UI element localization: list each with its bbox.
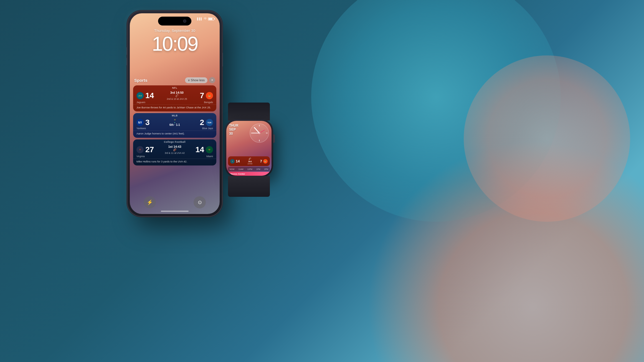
cfb-score-row: V 27 1st 14:43 🏈 3rd & 11 at UVA 42 U 14	[133, 144, 216, 155]
watch-score-widget: J 14 🏈 3rd 14:50 🐯 7	[228, 156, 270, 166]
watch-timeline-labels: NOW 11AM 12PM 1PM 2PM	[230, 168, 268, 170]
watch-month: SEP	[229, 128, 238, 131]
watch-bengals-logo: 🐯	[263, 159, 268, 164]
status-bar: ▌▌▌	[197, 17, 214, 21]
chevron-down-icon: ∨	[188, 78, 190, 82]
iphone: ▌▌▌ Thursday, September 30 10:09 Sports	[128, 11, 222, 216]
volume-up-button[interactable]	[126, 47, 128, 55]
camera-button[interactable]: ⊙	[194, 196, 206, 208]
watch-date: THUR SEP 30	[229, 124, 238, 136]
nfl-team-names: Jaguars Bengals	[133, 101, 216, 104]
flashlight-button[interactable]: ⚡	[144, 196, 156, 208]
svg-point-9	[259, 133, 260, 134]
virginia-name: Virginia	[136, 155, 145, 158]
cfb-card[interactable]: College Football V 27 1st 14:43 🏈 3rd & …	[133, 139, 216, 165]
signal-icon: ▌▌▌	[197, 17, 202, 20]
watch-score-team2: 7	[260, 159, 262, 163]
virginia-logo: V	[136, 146, 144, 153]
inning-text: 6th · 1-1	[169, 123, 180, 126]
fitness-label: Fitness Center	[230, 173, 245, 175]
widget-area: Sports ∨ Show less × NFL JAX	[133, 77, 216, 167]
bluejays-score: 2	[200, 119, 204, 126]
mlb-label: MLB	[133, 113, 216, 118]
lock-time: 10:09	[130, 34, 220, 54]
virginia-score: 27	[145, 146, 154, 154]
home-indicator[interactable]	[161, 211, 189, 212]
widget-header: Sports ∨ Show less ×	[133, 77, 216, 83]
watch-crown[interactable]	[273, 134, 275, 143]
lock-screen: Thursday, September 30 10:09	[130, 29, 220, 54]
cfb-play-description: Mike Hollins runs for 3 yards to the UVA…	[133, 159, 216, 165]
mlb-team-names: Yankees Blue Jays	[133, 127, 216, 131]
timeline-11am: 11AM	[238, 168, 243, 170]
apple-watch: THUR SEP 30	[225, 119, 273, 177]
mlb-team2: TOR 2	[200, 119, 213, 126]
watch-screen: THUR SEP 30	[226, 121, 272, 176]
volume-down-button[interactable]	[126, 58, 128, 65]
mlb-team1: NY 3	[136, 119, 150, 126]
jaguars-score: 14	[145, 92, 154, 100]
bluejays-logo: TOR	[206, 119, 213, 126]
watch-score-mid: 🏈 3rd 14:50	[247, 158, 252, 165]
nfl-team1: JAX 14	[136, 92, 154, 100]
nfl-status-text: 3rd 14:50	[154, 91, 200, 94]
cfb-team2: U 14	[196, 146, 213, 154]
bengals-score: 7	[200, 92, 204, 100]
nfl-card[interactable]: NFL JAX 14 3rd 14:50 🏈 2nd & 10 at JAX 2…	[133, 85, 216, 111]
mlb-play-description: Aaron Judge homers to center (441 feet).	[133, 131, 216, 137]
cfb-team-names: Virginia Miami	[133, 155, 216, 159]
battery-icon	[208, 17, 214, 21]
watch-band-top	[228, 103, 270, 121]
widget-controls: ∨ Show less ×	[185, 77, 215, 83]
watch-fitness-bar: Fitness Center	[228, 172, 270, 176]
power-button[interactable]	[222, 53, 223, 67]
jaguars-logo: JAX	[136, 92, 144, 99]
jaguars-name: Jaguars	[136, 101, 145, 104]
nfl-game-status: 3rd 14:50 🏈 2nd & 10 at JAX 25	[154, 91, 200, 100]
mlb-score-row: NY 3 ☀ ▲ 6th · 1-1 TOR 2	[133, 118, 216, 127]
miami-score: 14	[196, 146, 204, 154]
yankees-logo: NY	[136, 119, 144, 126]
watch-score-team1: 14	[236, 159, 240, 163]
timeline-now: NOW	[230, 168, 234, 170]
widget-title: Sports	[134, 78, 148, 83]
inning-info: ▲ 6th · 1-1	[150, 121, 200, 126]
watch-timeline: NOW 11AM 12PM 1PM 2PM	[228, 167, 270, 171]
yankees-name: Yankees	[136, 127, 146, 130]
nfl-score-row: JAX 14 3rd 14:50 🏈 2nd & 10 at JAX 25 🐯 …	[133, 90, 216, 101]
inning-arrow: ▲	[174, 121, 176, 123]
show-less-button[interactable]: ∨ Show less	[185, 77, 207, 83]
yankees-score: 3	[145, 119, 150, 126]
watch-date-num: 30	[229, 132, 238, 136]
cfb-team1: V 27	[136, 146, 154, 154]
watch-face: THUR SEP 30	[226, 121, 272, 176]
cfb-status-text: 1st 14:43	[154, 145, 196, 148]
cfb-label: College Football	[133, 139, 216, 144]
watch-jaguars-logo: J	[230, 159, 235, 164]
camera-icon: ⊙	[198, 199, 202, 205]
iphone-screen: ▌▌▌ Thursday, September 30 10:09 Sports	[130, 13, 220, 214]
cfb-game-status: 1st 14:43 🏈 3rd & 11 at UVA 42	[154, 145, 196, 154]
iphone-bottom-controls: ⚡ ⊙	[130, 196, 220, 208]
watch-day: THUR	[229, 124, 238, 128]
cfb-status-sub: 3rd & 11 at UVA 42	[154, 152, 196, 154]
iphone-notch	[158, 17, 191, 26]
watch-clock	[249, 123, 269, 144]
mlb-game-status: ☀ ▲ 6th · 1-1	[150, 119, 200, 126]
timeline-12pm: 12PM	[247, 168, 252, 170]
nfl-status-sub: 2nd & 10 at JAX 25	[154, 98, 200, 100]
flashlight-icon: ⚡	[147, 199, 153, 205]
timeline-2pm: 2PM	[264, 168, 268, 170]
miami-name: Miami	[206, 155, 213, 158]
close-widget-button[interactable]: ×	[209, 77, 215, 83]
watch-band-bottom	[228, 176, 270, 197]
bluejays-name: Blue Jays	[202, 127, 213, 130]
bengals-logo: 🐯	[206, 92, 213, 99]
nfl-label: NFL	[133, 85, 216, 90]
bengals-name: Bengals	[204, 101, 213, 104]
nfl-team2: 🐯 7	[200, 92, 213, 100]
front-camera	[183, 19, 186, 23]
miami-logo: U	[206, 146, 213, 153]
mlb-card[interactable]: MLB NY 3 ☀ ▲ 6th · 1-1 TOR	[133, 113, 216, 137]
bg-circle-pink-small	[464, 55, 630, 222]
